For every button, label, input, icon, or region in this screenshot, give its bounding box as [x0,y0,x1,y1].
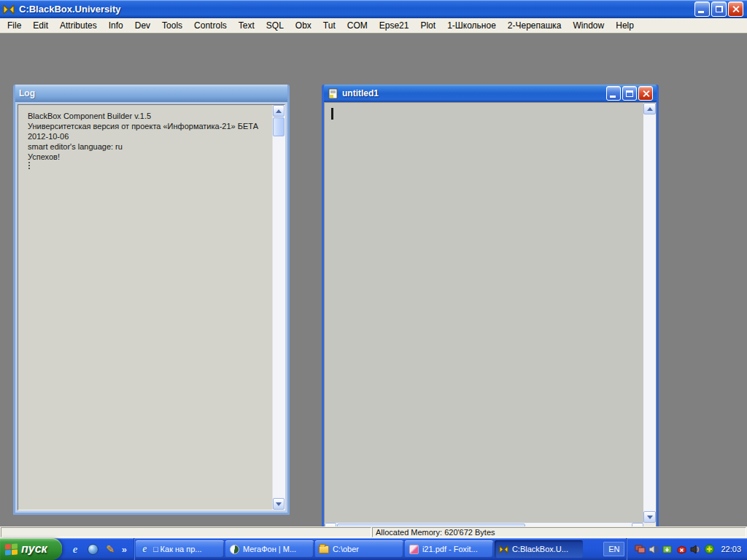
doc-vertical-scrollbar[interactable] [643,103,656,523]
minimize-button[interactable] [606,86,621,101]
mdi-workspace: Log BlackBox Component Builder v.1.5 Уни… [0,34,747,526]
close-icon [642,90,650,98]
scroll-down-button[interactable] [643,511,656,523]
scroll-thumb[interactable] [273,117,285,136]
close-icon [732,5,740,13]
log-frame: BlackBox Component Builder v.1.5 Универс… [18,104,285,510]
maximize-button[interactable] [622,86,637,101]
menu-tools[interactable]: Tools [156,18,188,33]
log-title: Log [19,88,35,98]
menu-tut[interactable]: Tut [317,18,341,33]
close-button[interactable] [728,1,743,17]
green-download-icon[interactable] [662,543,673,555]
menu-sql[interactable]: SQL [260,18,290,33]
menu-com[interactable]: COM [341,18,374,33]
log-line: BlackBox Component Builder v.1.5 [28,111,271,121]
menu-edit[interactable]: Edit [27,18,54,33]
status-pane-left [1,527,371,537]
speaker-ring-icon[interactable] [689,543,701,555]
start-button[interactable]: пуск [0,538,62,560]
menu-window[interactable]: Window [568,18,611,33]
internet-explorer-icon: e [139,544,150,555]
menu-epse21[interactable]: Epse21 [374,18,415,33]
menu-controls[interactable]: Controls [188,18,233,33]
blackbox-logo-icon [498,544,509,555]
internet-explorer-icon[interactable]: e [69,543,82,556]
statusbar: Allocated Memory: 620'672 Bytes [0,526,747,538]
untitled1-title: untitled1 [342,88,603,98]
document-content[interactable] [325,103,643,523]
log-content[interactable]: BlackBox Component Builder v.1.5 Универс… [18,105,272,510]
antivirus-plus-icon[interactable] [703,543,715,555]
blackbox-logo-icon [2,4,15,15]
menu-help[interactable]: Help [610,18,640,33]
restore-icon [716,6,723,12]
menu-2-cherepashka[interactable]: 2-Черепашка [502,18,568,33]
system-tray: 22:03 [626,538,747,560]
untitled1-titlebar[interactable]: untitled1 [324,85,657,102]
menubar: File Edit Attributes Info Dev Tools Cont… [0,18,747,34]
log-titlebar[interactable]: Log [15,85,287,102]
log-vertical-scrollbar[interactable] [272,105,285,510]
globe-browser-icon[interactable] [87,543,99,556]
log-line: Успехов! [28,152,271,162]
untitled1-body [324,102,657,536]
window-title: C:BlackBox.University [19,4,691,15]
minimize-icon [698,11,704,13]
minimize-button[interactable] [694,1,710,17]
document-icon [328,88,339,99]
taskbar-button-foxit-pdf[interactable]: i21.pdf - Foxit... [405,540,493,558]
start-label: пуск [21,542,47,556]
maximize-icon [626,90,633,97]
untitled1-window-controls [606,86,653,101]
globe-icon [88,544,98,555]
folder-icon [319,544,330,555]
quill-editor-icon[interactable]: ✎ [104,543,117,556]
volume-icon[interactable] [648,543,659,555]
log-line: smart editor's language: ru [28,141,271,152]
taskbar-button-blackbox-active[interactable]: C:BlackBox.U... [495,540,583,558]
log-line: 2012-10-06 [28,131,271,141]
taskbar-button-megafon[interactable]: МегаФон | М... [225,540,314,558]
menu-1-shkolnoe[interactable]: 1-Школьное [441,18,502,33]
chevron-up-icon [276,109,282,113]
status-memory: Allocated Memory: 620'672 Bytes [372,527,746,537]
chevron-down-icon [647,516,653,519]
log-line: Университетская версия от проекта «Инфор… [28,121,271,131]
quick-launch-bar: e ✎ » [62,538,134,560]
menu-attributes[interactable]: Attributes [54,18,103,33]
menu-info[interactable]: Info [103,18,129,33]
restore-button[interactable] [711,1,727,17]
chevron-down-icon [276,502,282,506]
scroll-down-button[interactable] [273,498,285,510]
menu-obx[interactable]: Obx [290,18,317,33]
scroll-track[interactable] [273,137,285,498]
language-indicator[interactable]: EN [603,542,624,556]
minimize-icon [610,96,616,98]
scroll-up-button[interactable] [273,105,285,117]
menu-file[interactable]: File [1,18,27,33]
network-monitors-icon[interactable] [634,543,646,555]
menu-plot[interactable]: Plot [414,18,441,33]
main-titlebar[interactable]: C:BlackBox.University [0,0,747,18]
mute-alert-icon[interactable] [676,543,687,555]
taskbar-clock[interactable]: 22:03 [721,545,741,553]
foxit-pdf-icon [409,544,419,555]
scroll-track[interactable] [643,114,656,511]
taskbar-button-folder-ober[interactable]: C:\ober [315,540,403,558]
window-controls [694,1,745,17]
chevron-up-icon [647,107,653,111]
megafon-browser-icon [229,544,240,555]
scroll-up-button[interactable] [643,103,656,114]
menu-dev[interactable]: Dev [129,18,156,33]
untitled1-window: untitled1 [322,85,659,538]
menu-text[interactable]: Text [233,18,260,33]
text-caret [331,108,333,120]
close-button[interactable] [638,86,653,101]
quick-launch-overflow-chevron[interactable]: » [122,543,127,556]
text-caret [28,162,30,171]
task-button-strip: e □ Как на пр... МегаФон | М... C:\ober … [134,540,602,558]
log-window: Log BlackBox Component Builder v.1.5 Уни… [13,85,290,515]
taskbar-button-ie-page[interactable]: e □ Как на пр... [136,540,224,558]
desktop: C:BlackBox.University File Edit Attribut… [0,0,747,560]
